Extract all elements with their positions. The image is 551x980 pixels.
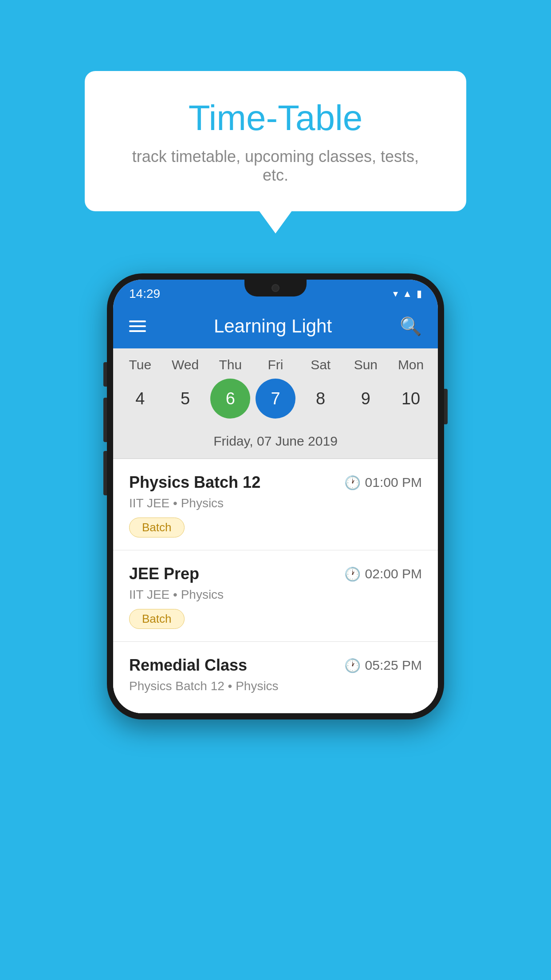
time-value-1: 01:00 PM [365,475,422,490]
clock-icon-1: 🕐 [344,475,361,490]
bubble-title: Time-Table [120,98,431,138]
status-icons: ▾ ▲ ▮ [393,288,422,300]
schedule-item-1[interactable]: Physics Batch 12 🕐 01:00 PM IIT JEE • Ph… [113,459,438,550]
battery-icon: ▮ [417,288,422,300]
day-header-tue: Tue [120,357,160,372]
day-header-sun: Sun [346,357,386,372]
selected-date: Friday, 07 June 2019 [113,427,438,459]
mute-button [103,362,107,387]
schedule-title-1: Physics Batch 12 [129,473,260,492]
schedule-item-2[interactable]: JEE Prep 🕐 02:00 PM IIT JEE • Physics Ba… [113,550,438,642]
schedule-list: Physics Batch 12 🕐 01:00 PM IIT JEE • Ph… [113,459,438,713]
day-header-mon: Mon [391,357,431,372]
signal-icon: ▲ [402,288,412,300]
phone-screen: 14:29 ▾ ▲ ▮ Learning Light 🔍 [113,280,438,713]
phone-mockup: 14:29 ▾ ▲ ▮ Learning Light 🔍 [107,273,444,719]
schedule-item-3-header: Remedial Class 🕐 05:25 PM [129,656,422,675]
schedule-title-3: Remedial Class [129,656,247,675]
schedule-item-3[interactable]: Remedial Class 🕐 05:25 PM Physics Batch … [113,642,438,713]
day-8[interactable]: 8 [301,379,341,419]
time-value-3: 05:25 PM [365,658,422,673]
day-10[interactable]: 10 [391,379,431,419]
day-header-sat: Sat [301,357,341,372]
menu-button[interactable] [129,320,146,332]
day-header-wed: Wed [165,357,205,372]
search-button[interactable]: 🔍 [400,316,422,337]
day-4[interactable]: 4 [120,379,160,419]
volume-down-button [103,451,107,495]
schedule-item-1-header: Physics Batch 12 🕐 01:00 PM [129,473,422,492]
schedule-time-2: 🕐 02:00 PM [344,566,422,582]
schedule-subtitle-2: IIT JEE • Physics [129,588,422,602]
time-value-2: 02:00 PM [365,566,422,581]
day-numbers: 4 5 6 7 8 9 10 [113,379,438,419]
day-9[interactable]: 9 [346,379,386,419]
schedule-title-2: JEE Prep [129,565,199,583]
day-6-today[interactable]: 6 [210,379,250,419]
power-button [444,389,448,424]
app-title: Learning Light [214,316,332,337]
batch-badge-2: Batch [129,609,185,629]
day-5[interactable]: 5 [165,379,205,419]
day-headers: Tue Wed Thu Fri Sat Sun Mon [113,357,438,372]
schedule-subtitle-1: IIT JEE • Physics [129,496,422,510]
bubble-subtitle: track timetable, upcoming classes, tests… [120,147,431,185]
clock-icon-3: 🕐 [344,658,361,673]
status-time: 14:29 [129,287,160,301]
batch-badge-1: Batch [129,518,185,537]
schedule-subtitle-3: Physics Batch 12 • Physics [129,679,422,693]
front-camera [272,284,279,292]
day-header-thu: Thu [210,357,250,372]
wifi-icon: ▾ [393,288,398,300]
clock-icon-2: 🕐 [344,566,361,582]
calendar-strip: Tue Wed Thu Fri Sat Sun Mon 4 5 6 7 8 9 … [113,348,438,459]
day-7-selected[interactable]: 7 [256,379,295,419]
schedule-item-2-header: JEE Prep 🕐 02:00 PM [129,565,422,583]
volume-up-button [103,398,107,442]
schedule-time-1: 🕐 01:00 PM [344,475,422,490]
schedule-time-3: 🕐 05:25 PM [344,658,422,673]
speech-bubble: Time-Table track timetable, upcoming cla… [85,71,466,211]
day-header-fri: Fri [256,357,295,372]
phone-outer: 14:29 ▾ ▲ ▮ Learning Light 🔍 [107,273,444,719]
speech-bubble-section: Time-Table track timetable, upcoming cla… [85,71,466,211]
phone-notch [244,280,307,296]
app-bar: Learning Light 🔍 [113,304,438,348]
